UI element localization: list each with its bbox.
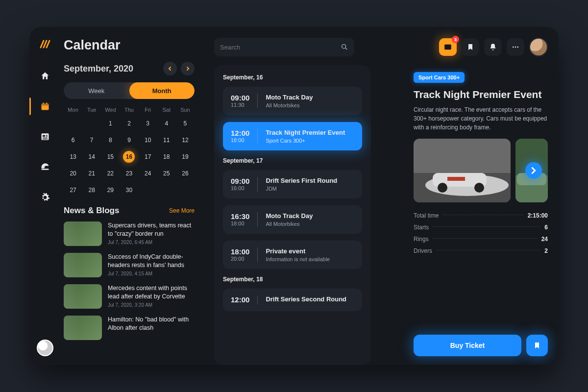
event-card-title: Moto Track Day: [266, 212, 313, 220]
svg-point-18: [342, 45, 346, 49]
calendar-day[interactable]: 4: [157, 118, 176, 129]
gallery-next[interactable]: [525, 162, 542, 179]
month-label: September, 2020: [64, 64, 133, 74]
search-box[interactable]: [214, 38, 354, 56]
svg-rect-5: [43, 102, 44, 104]
svg-line-2: [47, 41, 49, 48]
news-thumb: [64, 284, 102, 309]
month-prev[interactable]: [163, 62, 177, 75]
nav-news[interactable]: [29, 124, 61, 149]
more-button[interactable]: [507, 38, 524, 56]
search-input[interactable]: [220, 44, 341, 51]
event-start: 09:00: [231, 177, 249, 185]
calendar-dow: Sun: [176, 107, 195, 113]
svg-point-17: [517, 47, 518, 48]
event-end: 20:00: [231, 256, 249, 262]
calendar-day[interactable]: 3: [139, 118, 157, 129]
svg-rect-9: [43, 138, 48, 138]
calendar-day[interactable]: 23: [120, 168, 138, 179]
event-start: 18:00: [231, 247, 249, 256]
view-toggle: Week Month: [64, 82, 195, 99]
events-date-heading: September, 18: [223, 276, 362, 283]
event-card[interactable]: 12:0018:00Track Night Premier EventSport…: [223, 122, 362, 150]
event-card[interactable]: 12:00Drift Series Second Round: [223, 289, 362, 311]
events-date-heading: September, 16: [223, 74, 362, 81]
calendar-day[interactable]: 20: [64, 168, 82, 179]
calendar-day[interactable]: 17: [139, 151, 157, 163]
calendar-day[interactable]: 26: [176, 168, 195, 179]
calendar-day[interactable]: 16: [120, 151, 138, 163]
calendar-day[interactable]: 15: [101, 151, 120, 163]
calendar-day[interactable]: 28: [82, 184, 101, 196]
calendar-day[interactable]: 11: [157, 134, 176, 146]
calendar-dow: Thu: [120, 107, 138, 113]
calendar-day[interactable]: 30: [120, 184, 138, 196]
calendar-day[interactable]: 14: [82, 151, 101, 163]
calendar-day[interactable]: 5: [176, 118, 195, 129]
bookmark-event-button[interactable]: [526, 335, 548, 356]
calendar-day: [157, 184, 176, 196]
calendar-day[interactable]: 13: [64, 151, 82, 163]
event-start: 12:00: [231, 129, 249, 137]
stat-key: Drivers: [414, 247, 432, 254]
calendar-day[interactable]: 25: [157, 168, 176, 179]
event-card-title: Drift Series First Round: [266, 177, 337, 184]
event-card[interactable]: 18:0020:00Private eventInformation is no…: [223, 241, 362, 269]
news-item[interactable]: Mercedes content with points lead after …: [64, 284, 195, 309]
nav-calendar[interactable]: [29, 94, 61, 119]
calendar-day[interactable]: 8: [101, 134, 120, 146]
news-item[interactable]: Hamilton: No "bad blood" with Albon afte…: [64, 316, 195, 340]
calendar-day[interactable]: 21: [82, 168, 101, 179]
news-title: Supercars drivers, teams react to "crazy…: [108, 221, 195, 238]
calendar-day[interactable]: 7: [82, 134, 101, 146]
stat-row: Starts6: [414, 224, 548, 231]
toggle-month[interactable]: Month: [129, 82, 195, 99]
calendar-day[interactable]: 6: [64, 134, 82, 146]
event-start: 09:00: [231, 94, 249, 102]
stat-row: Total time2:15:00: [414, 212, 548, 219]
event-card-title: Moto Track Day: [266, 94, 313, 101]
stat-value: 2:15:00: [528, 212, 548, 219]
calendar-day[interactable]: 19: [176, 151, 195, 163]
calendar-day[interactable]: 22: [101, 168, 120, 179]
event-end: 11:30: [231, 102, 249, 108]
nav-helmet[interactable]: [29, 154, 61, 180]
event-card-subtitle: Information is not available: [266, 256, 330, 262]
news-list: Supercars drivers, teams react to "crazy…: [64, 221, 195, 340]
event-card[interactable]: 09:0016:00Drift Series First RoundJDM: [223, 170, 362, 198]
bell-button[interactable]: [484, 38, 502, 56]
calendar-day[interactable]: 29: [101, 184, 120, 196]
svg-rect-10: [43, 139, 48, 139]
mail-button[interactable]: 3: [439, 38, 457, 56]
calendar-day[interactable]: 10: [139, 134, 157, 146]
calendar-day[interactable]: 2: [120, 118, 138, 129]
calendar-day[interactable]: 9: [120, 134, 138, 146]
toggle-week[interactable]: Week: [64, 82, 129, 99]
event-card-subtitle: JDM: [266, 186, 337, 192]
mail-badge: 3: [452, 36, 459, 43]
nav-settings[interactable]: [29, 185, 61, 210]
user-avatar[interactable]: [529, 38, 548, 56]
buy-ticket-button[interactable]: Buy Ticket: [414, 335, 521, 356]
nav-home[interactable]: [29, 63, 61, 89]
news-see-more[interactable]: See More: [169, 207, 195, 214]
bookmark-button[interactable]: [462, 38, 479, 56]
event-card-subtitle: All Motorbikes: [266, 102, 313, 108]
support-avatar[interactable]: [37, 340, 53, 356]
calendar-day[interactable]: 18: [157, 151, 176, 163]
event-card[interactable]: 16:3018:00Moto Track DayAll Motorbikes: [223, 205, 362, 234]
calendar-day[interactable]: 12: [176, 134, 195, 146]
event-card-title: Drift Series Second Round: [266, 295, 346, 303]
news-title: Mercedes content with points lead after …: [108, 284, 195, 301]
calendar-day[interactable]: 27: [64, 184, 82, 196]
gallery-image-1[interactable]: [414, 139, 511, 202]
header-actions: 3: [439, 38, 548, 56]
calendar-day[interactable]: 1: [101, 118, 120, 129]
event-start: 16:30: [231, 212, 249, 220]
news-item[interactable]: Supercars drivers, teams react to "crazy…: [64, 221, 195, 246]
month-next[interactable]: [181, 62, 195, 75]
calendar-grid: MonTueWedThuFriSatSun1234567891011121314…: [64, 107, 195, 196]
event-card[interactable]: 09:0011:30Moto Track DayAll Motorbikes: [223, 87, 362, 115]
calendar-day[interactable]: 24: [139, 168, 157, 179]
news-item[interactable]: Success of IndyCar double-headers rests …: [64, 253, 195, 277]
